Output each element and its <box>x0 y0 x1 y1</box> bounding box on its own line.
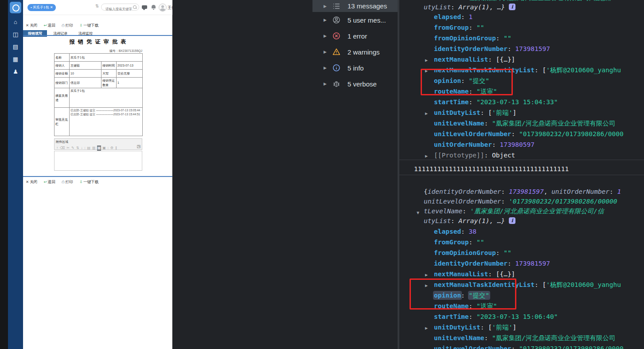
delete-icon[interactable]: ⌫ <box>59 145 65 151</box>
console-token: unitLevelOrderNumber <box>434 345 511 349</box>
expand-arrow[interactable]: ▶ <box>324 4 332 8</box>
summary-label: 摘要及用途 <box>55 88 70 108</box>
attachment-dropzone[interactable] <box>54 151 142 171</box>
opinion-line: 信息部-王健聪 提交 ——————2023-07-13 15:44:51 <box>70 112 141 116</box>
app-logo[interactable] <box>10 2 21 13</box>
user-messages-icon <box>332 16 340 24</box>
expand-arrow[interactable]: ▶ <box>425 280 434 291</box>
expand-arrow[interactable]: ▶ <box>324 82 332 86</box>
info-badge[interactable]: i <box>509 4 515 10</box>
caps-value: 壹拾元整 <box>117 70 143 78</box>
reimbursement-table: 名称 买瓜子1包 报销人 王健聪 报销时间 2023-07-13 报销金额 10… <box>54 53 143 136</box>
download-button[interactable]: ⇩一键下载 <box>79 180 98 184</box>
print-button[interactable]: ⎙打印 <box>62 23 73 27</box>
report-icon[interactable]: ▤ <box>8 41 23 53</box>
print-button[interactable]: ⎙打印 <box>62 180 73 184</box>
console-token: [ <box>488 109 492 116</box>
list-view-icon[interactable]: ▤ <box>87 145 91 151</box>
console-token: : <box>484 120 492 127</box>
console-token: "" <box>476 239 484 246</box>
notification-icon[interactable] <box>152 5 156 8</box>
console-token: "送审" <box>476 88 497 95</box>
console-token: unitLevelOrderNumber <box>434 130 511 137</box>
sidebar-item-errors[interactable]: ▶ 1 error <box>312 28 398 44</box>
home-icon[interactable]: ⌂ <box>8 16 23 28</box>
console-token: '杨辉@2010600_yanghu <box>546 67 621 74</box>
console-token: ] <box>512 324 516 331</box>
console-row: identityOrderNumber: 173981597 <box>425 43 550 54</box>
image-view-icon[interactable]: ▣ <box>102 145 106 151</box>
expand-arrow[interactable]: ▶ <box>425 55 434 66</box>
console-token: '前端' <box>492 109 512 116</box>
indent-spacer <box>425 312 434 323</box>
upload-icon[interactable]: ↑ <box>56 145 59 151</box>
sidebar-item-warnings[interactable]: ▶ 2 warnings <box>312 44 398 60</box>
indent-spacer <box>425 344 434 349</box>
name-label: 名称 <box>55 54 70 62</box>
bottom-toolbar: ✕关闭 ↩退回 ⎙打印 ⇩一键下载 <box>23 179 172 185</box>
console-token: : <box>496 249 503 256</box>
console-token: nextManualTaskIdentityList <box>434 67 535 74</box>
expand-icon[interactable]: ◳ <box>137 144 141 149</box>
console-token: identityOrderNumber <box>434 260 507 267</box>
grid-view-icon[interactable]: ▦ <box>97 145 101 151</box>
edit-icon[interactable]: ✎ <box>71 145 75 151</box>
console-row: ▶unitDutyList: ['前端'] <box>425 107 516 118</box>
indent-spacer <box>425 259 434 270</box>
sidebar-item-info[interactable]: ▶ 5 info <box>312 60 398 76</box>
download-button[interactable]: ⇩一键下载 <box>79 23 98 27</box>
sidebar-item-all-messages[interactable]: ▶ 13 messages <box>312 0 398 12</box>
expand-arrow[interactable]: ▶ <box>425 108 434 119</box>
settings-icon[interactable]: ⚙ <box>110 145 114 151</box>
collapse-tabs-icon[interactable]: ⇅ <box>95 4 99 8</box>
console-token: elapsed <box>434 13 461 20</box>
expand-arrow[interactable]: ▶ <box>324 50 332 54</box>
message-icon[interactable] <box>142 5 147 9</box>
console-token: 1111111111111111111111111111111111111111 <box>414 165 569 173</box>
calendar-icon[interactable]: ▦ <box>8 53 23 66</box>
info-icon <box>332 64 340 72</box>
close-button[interactable]: ✕关闭 <box>26 23 37 27</box>
indent-spacer <box>425 98 434 108</box>
expand-arrow[interactable]: ▶ <box>425 66 434 76</box>
chip-close-icon[interactable]: ✕ <box>50 5 53 9</box>
console-token: ] <box>512 109 516 116</box>
expand-arrow[interactable]: ▶ <box>324 66 332 70</box>
profile-icon[interactable]: ♟ <box>8 66 23 78</box>
search-input[interactable] <box>105 6 136 13</box>
console-token: : <box>451 4 458 11</box>
info-badge[interactable]: i <box>509 217 515 224</box>
sort-icon[interactable]: ⇅ <box>76 145 80 151</box>
open-document-chip[interactable]: • 买瓜子1包 ✕ <box>27 4 56 11</box>
console-row: routeName: "送审" <box>425 86 497 97</box>
console-token: { <box>424 188 428 195</box>
search-icon[interactable] <box>133 5 137 9</box>
time-value: 2023-07-13 <box>117 62 143 70</box>
expand-arrow[interactable]: ▶ <box>425 323 434 333</box>
cut-icon[interactable]: ✂ <box>66 145 70 151</box>
close-button[interactable]: ✕关闭 <box>26 180 37 184</box>
console-token: "0173980232/0173980286/0000 <box>519 130 624 137</box>
console-token: : <box>488 56 496 63</box>
console-token: '前端' <box>492 324 512 331</box>
return-button[interactable]: ↩退回 <box>44 23 55 27</box>
expand-arrow[interactable]: ▶ <box>324 18 332 22</box>
detail-view-icon[interactable]: ▥ <box>92 145 96 151</box>
sidebar-item-verbose[interactable]: ▶ 5 verbose <box>312 76 398 92</box>
sidebar-item-user-messages[interactable]: ▶ 5 user mes... <box>312 12 398 28</box>
expand-arrow[interactable]: ▶ <box>425 270 434 280</box>
console-token: 173981597 <box>515 45 550 52</box>
return-button[interactable]: ↩退回 <box>44 180 55 184</box>
console-token: : <box>461 77 468 84</box>
expand-arrow[interactable]: ▶ <box>324 34 332 38</box>
pause-icon[interactable]: ∥ <box>115 145 117 151</box>
download-icon[interactable]: ↓ <box>80 145 83 151</box>
indent-spacer <box>425 87 434 98</box>
console-token: Object <box>492 152 515 159</box>
log-divider <box>399 175 644 175</box>
console-output: '凰家集团/河北鼎诺商业企业管理有限公司/信息部'utyList: Array(… <box>399 0 644 349</box>
console-token: "提交" <box>469 77 489 84</box>
console-token: '凰家集团/河北鼎诺商业企业管理有限公司/信 <box>470 208 604 215</box>
workbench-icon[interactable]: ◫ <box>8 28 23 41</box>
avatar[interactable] <box>159 4 167 12</box>
